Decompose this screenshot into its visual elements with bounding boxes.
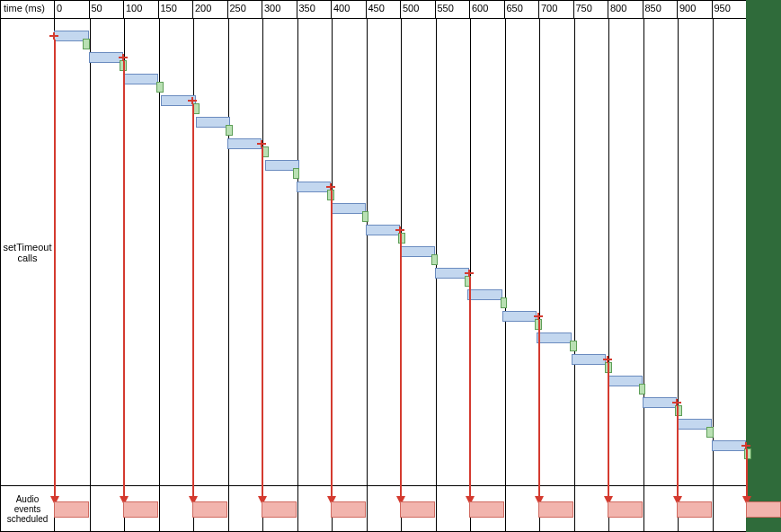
time-tick: 550 [435,0,471,19]
time-tick: 300 [262,0,297,19]
settimeout-interval-bar [643,397,678,408]
settimeout-callback-bar [293,168,300,179]
settimeout-callback-bar [156,82,164,93]
audio-event-block [123,501,158,518]
settimeout-callback-bar [639,384,646,395]
settimeout-interval-bar [467,289,502,300]
audio-event-block [331,501,366,518]
settimeout-interval-bar [89,52,124,63]
settimeout-interval-bar [297,182,332,192]
time-tick: 750 [573,0,609,19]
settimeout-callback-bar [501,297,508,308]
audio-event-block [400,501,435,518]
schedule-arrow [538,320,540,498]
schedule-arrow [123,61,125,498]
time-tick: 700 [538,0,574,19]
time-tick: 800 [608,0,643,19]
settimeout-callback-bar [431,254,439,265]
schedule-arrow [400,234,402,498]
schedule-arrow [469,277,471,498]
audio-event-block [262,501,297,518]
time-header-label: time (ms) [0,0,55,19]
time-tick: 500 [400,0,436,19]
audio-event-block [469,501,504,518]
settimeout-interval-bar [227,138,262,149]
schedule-arrow [608,363,609,498]
schedule-arrow [262,147,263,498]
settimeout-interval-bar [331,203,366,214]
row-header-audio: Audio events scheduled [0,485,55,532]
schedule-arrow [54,40,56,498]
settimeout-interval-bar [537,332,572,343]
time-tick: 400 [331,0,367,19]
settimeout-interval-bar [712,440,747,451]
audio-event-block [192,501,227,518]
settimeout-interval-bar [502,311,537,322]
settimeout-callback-bar [362,211,369,222]
time-tick: 200 [192,0,228,19]
time-tick: 650 [504,0,540,19]
settimeout-interval-bar [400,246,435,257]
settimeout-interval-bar [608,376,643,386]
row-header-settimeout: setTimeout calls [0,18,55,486]
schedule-arrow [746,449,748,498]
schedule-arrow [192,104,194,498]
time-tick: 900 [677,0,713,19]
time-tick: 100 [123,0,159,19]
time-tick: 150 [158,0,194,19]
time-tick: 450 [366,0,402,19]
audio-event-block [608,501,643,518]
time-tick: 850 [643,0,679,19]
time-tick: 250 [227,0,263,19]
audio-event-block [677,501,712,518]
settimeout-interval-bar [572,354,607,365]
time-tick: 950 [712,0,748,19]
audio-event-block [54,501,89,518]
settimeout-callback-bar [226,125,233,136]
settimeout-callback-bar [570,341,577,351]
audio-event-block [746,501,781,518]
settimeout-interval-bar [123,74,158,84]
schedule-arrow [331,191,333,498]
time-tick: 350 [297,0,333,19]
timing-diagram: time (ms) 050100150200250300350400450500… [0,0,781,532]
time-tick: 600 [469,0,505,19]
audio-event-block [538,501,573,518]
time-tick: 50 [89,0,125,19]
settimeout-callback-bar [706,427,714,438]
settimeout-interval-bar [366,225,401,235]
settimeout-callback-bar [83,39,90,49]
time-tick: 0 [54,0,90,19]
settimeout-interval-bar [161,95,196,106]
schedule-arrow [677,406,679,498]
